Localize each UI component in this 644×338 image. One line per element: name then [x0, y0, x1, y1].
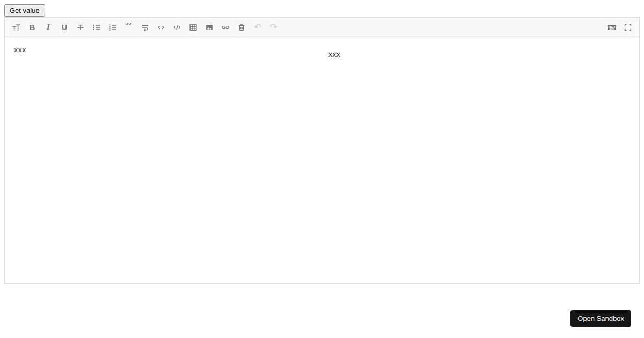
image-icon: [205, 23, 214, 32]
strikethrough-button[interactable]: [72, 19, 89, 35]
link-button[interactable]: [217, 19, 233, 35]
italic-icon: I: [47, 23, 50, 32]
undo-button[interactable]: ↶: [250, 19, 266, 35]
quote-button[interactable]: ”: [121, 19, 137, 35]
underline-button[interactable]: U: [56, 19, 72, 35]
line-break-button[interactable]: [137, 19, 153, 35]
undo-icon: ↶: [254, 23, 261, 32]
table-icon: [189, 23, 197, 32]
ordered-list-button[interactable]: 1 2 3: [105, 19, 121, 35]
editor-content: xxx xxx: [5, 37, 639, 283]
quote-icon: ”: [126, 23, 133, 32]
bold-icon: B: [30, 23, 35, 32]
strikethrough-icon: [76, 23, 85, 32]
code-block-button[interactable]: [169, 19, 185, 35]
code-block-icon: [173, 23, 181, 32]
table-button[interactable]: [185, 19, 201, 35]
preview-pane: xxx: [322, 37, 639, 283]
fullscreen-button[interactable]: [620, 19, 636, 35]
keyboard-shortcuts-button[interactable]: [604, 19, 620, 35]
redo-icon: ↷: [270, 23, 277, 32]
inline-code-icon: [157, 23, 165, 32]
ordered-list-icon: 1 2 3: [108, 23, 117, 32]
preview-text: xxx: [328, 50, 340, 58]
italic-button[interactable]: I: [40, 19, 56, 35]
editor-toolbar: B I U: [5, 18, 639, 37]
redo-button[interactable]: ↷: [266, 19, 282, 35]
toolbar-left-group: B I U: [8, 19, 604, 35]
rich-text-editor: B I U: [4, 17, 640, 284]
link-icon: [221, 23, 230, 32]
inline-code-button[interactable]: [153, 19, 169, 35]
font-size-button[interactable]: [8, 19, 24, 35]
unordered-list-button[interactable]: [89, 19, 105, 35]
toolbar-right-group: [604, 19, 636, 35]
image-button[interactable]: [201, 19, 217, 35]
trash-icon: [237, 23, 246, 32]
source-editor-pane[interactable]: xxx: [5, 37, 322, 283]
fullscreen-icon: [624, 23, 632, 32]
delete-button[interactable]: [233, 19, 250, 35]
underline-icon: U: [62, 23, 67, 32]
font-size-icon: [12, 23, 21, 32]
open-sandbox-button[interactable]: Open Sandbox: [570, 310, 631, 327]
get-value-button[interactable]: Get value: [4, 4, 45, 17]
svg-text:3: 3: [109, 28, 111, 31]
keyboard-icon: [607, 23, 617, 32]
line-break-icon: [141, 23, 149, 32]
unordered-list-icon: [92, 23, 101, 32]
bold-button[interactable]: B: [24, 19, 40, 35]
